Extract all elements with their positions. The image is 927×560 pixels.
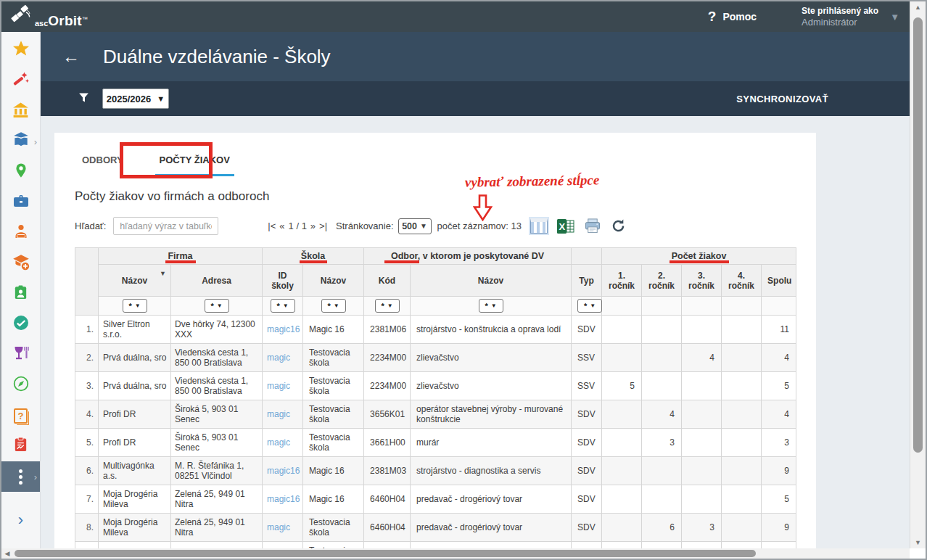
- school-id-link[interactable]: magic16: [267, 466, 300, 476]
- school-id-link[interactable]: magic: [267, 437, 290, 448]
- cell-kod: 2381M06: [364, 316, 411, 344]
- col-header-skola-nazov[interactable]: Názov: [303, 265, 364, 297]
- cell-r2: 4: [642, 400, 682, 429]
- pager-last-button[interactable]: >|: [319, 221, 327, 231]
- col-header-typ[interactable]: Typ: [572, 265, 602, 297]
- filter-bar: 2025/2026 ▼ SYNCHRONIZOVAŤ: [41, 81, 910, 116]
- col-header-adresa[interactable]: Adresa: [171, 265, 263, 297]
- col-header-rocnik-1[interactable]: 1. ročník: [602, 265, 642, 297]
- filter-cell: [642, 297, 682, 316]
- app-bar: ascOrbit™ ? Pomoc Ste prihlásený ako Adm…: [1, 1, 910, 32]
- sidebar-item-wizard[interactable]: [1, 65, 40, 96]
- filter-select-kod[interactable]: *▼: [375, 299, 400, 313]
- chevron-down-icon[interactable]: ▼: [890, 12, 899, 22]
- sidebar-item-students-add[interactable]: [1, 248, 40, 279]
- cell-odbor: zlievačstvo: [411, 344, 572, 372]
- chevron-down-icon: ▼: [135, 302, 141, 309]
- account-menu[interactable]: Ste prihlásený ako Administrátor: [802, 6, 878, 28]
- cell-r4: [722, 372, 762, 400]
- logo-orbit-text: Orbit: [48, 13, 81, 29]
- cell-r3: [682, 372, 722, 400]
- filter-select-typ[interactable]: *▼: [577, 299, 602, 313]
- pager-next-button[interactable]: »: [310, 221, 316, 231]
- cell-num: 9.: [75, 542, 99, 549]
- school-id-link[interactable]: magic: [267, 353, 290, 363]
- cell-typ: SDV: [572, 457, 602, 485]
- cell-id_skoly: magic: [263, 344, 303, 372]
- col-header-rocnik-3[interactable]: 3. ročník: [682, 265, 722, 297]
- sidebar-item-schools[interactable]: ›: [1, 126, 40, 157]
- filter-select-odbor-nazov[interactable]: *▼: [479, 299, 503, 313]
- school-id-link[interactable]: magic: [267, 522, 290, 532]
- school-id-link[interactable]: magic: [267, 409, 290, 419]
- horizontal-scrollbar[interactable]: ◀: [1, 548, 910, 559]
- col-header-id-skoly[interactable]: ID školy: [263, 265, 303, 297]
- cell-r1: [602, 400, 642, 429]
- vertical-scrollbar[interactable]: ▲ ▼: [910, 1, 926, 548]
- sidebar-item-reports[interactable]: [1, 431, 40, 461]
- filter-cell: [722, 297, 762, 316]
- sidebar-item-more[interactable]: ›: [1, 461, 40, 492]
- pager-first-button[interactable]: |<: [268, 221, 276, 231]
- cell-r3: [682, 542, 722, 549]
- scroll-left-icon[interactable]: ◀: [1, 550, 13, 557]
- filter-select-firma-nazov[interactable]: *▼: [123, 299, 147, 313]
- help-button[interactable]: ? Pomoc: [708, 9, 757, 25]
- col-header-rocnik-2[interactable]: 2. ročník: [642, 265, 682, 297]
- col-header-kod[interactable]: Kód: [364, 265, 411, 297]
- excel-export-icon[interactable]: X: [557, 218, 574, 234]
- col-header-firma-nazov[interactable]: Názov▼: [99, 265, 171, 297]
- sidebar-item-attendance[interactable]: [1, 309, 40, 339]
- col-header-rocnik-4[interactable]: 4. ročník: [722, 265, 762, 297]
- column-chooser-icon[interactable]: [530, 218, 548, 234]
- cell-typ: [572, 542, 602, 549]
- cell-firma: Multivagónka a.s.: [99, 457, 171, 485]
- sidebar-item-institution[interactable]: [1, 96, 40, 126]
- school-year-select[interactable]: 2025/2026 ▼: [102, 88, 169, 109]
- tab-odbory[interactable]: ODBORY: [78, 143, 128, 176]
- cell-skola: Magic 16: [303, 485, 364, 514]
- cell-r2: [642, 372, 682, 400]
- school-year-value: 2025/2026: [107, 94, 151, 104]
- sidebar-item-faq[interactable]: ?: [1, 400, 40, 431]
- cell-id_skoly: [263, 542, 303, 549]
- page-size-select[interactable]: 500 ▼: [398, 218, 432, 234]
- back-arrow-icon[interactable]: ←: [62, 46, 80, 67]
- sidebar-item-explore[interactable]: [1, 370, 40, 400]
- col-header-odbor-nazov[interactable]: Názov: [411, 265, 572, 297]
- chevron-down-icon: ▼: [217, 302, 223, 309]
- sidebar-item-locations[interactable]: [1, 157, 40, 187]
- tab-bar: ODBORY POČTY ŽIAKOV: [78, 143, 234, 176]
- sidebar-expand-button[interactable]: ›: [1, 511, 40, 530]
- cell-adresa: Zelená 25, 949 01 Nitra: [171, 485, 263, 514]
- sidebar-item-companies[interactable]: [1, 187, 40, 218]
- school-id-link[interactable]: magic16: [267, 494, 300, 504]
- briefcase-icon: [12, 192, 30, 213]
- filter-select-id-skoly[interactable]: *▼: [271, 299, 295, 313]
- filter-select-skola-nazov[interactable]: *▼: [321, 299, 346, 313]
- filter-cell: *▼: [263, 297, 303, 316]
- scroll-up-icon[interactable]: ▲: [910, 1, 926, 13]
- horizontal-scroll-thumb[interactable]: [15, 550, 756, 557]
- cell-r3: 4: [682, 344, 722, 372]
- vertical-scroll-thumb[interactable]: [913, 17, 923, 453]
- school-id-link[interactable]: magic16: [267, 324, 300, 334]
- search-input[interactable]: [113, 217, 218, 235]
- sidebar-item-favorites[interactable]: [1, 35, 40, 65]
- cell-odbor: Výroba potravín: [411, 542, 572, 549]
- synchronize-button[interactable]: SYNCHRONIZOVAŤ: [736, 94, 828, 104]
- refresh-icon[interactable]: [611, 218, 626, 234]
- sidebar-item-instructors[interactable]: [1, 218, 40, 248]
- sidebar-item-id-badge[interactable]: [1, 279, 40, 309]
- cell-skola: Testovacia škola: [303, 429, 364, 457]
- sidebar-item-canteen[interactable]: [1, 339, 40, 370]
- cell-adresa: Zelená 25, 949 01 Nitra: [171, 514, 263, 542]
- school-id-link[interactable]: magic: [267, 381, 290, 391]
- print-icon[interactable]: [584, 218, 601, 234]
- col-header-spolu[interactable]: Spolu: [762, 265, 796, 297]
- tab-pocty-ziakov[interactable]: POČTY ŽIAKOV: [155, 143, 234, 176]
- pager-prev-button[interactable]: «: [279, 221, 284, 231]
- scroll-down-icon[interactable]: ▼: [910, 537, 926, 548]
- filter-select-adresa[interactable]: *▼: [205, 299, 229, 313]
- asc-orbit-logo[interactable]: ascOrbit™: [10, 4, 88, 29]
